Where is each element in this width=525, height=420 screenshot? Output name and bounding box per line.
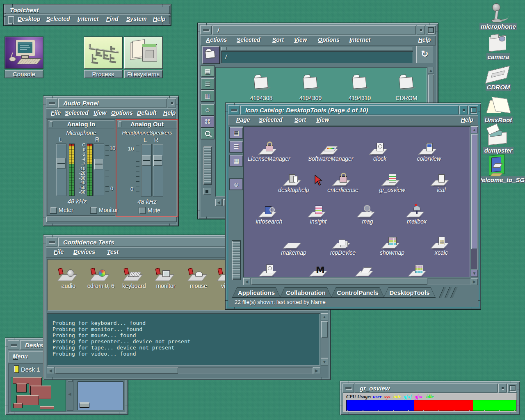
launcher-process[interactable]: Process bbox=[84, 37, 123, 78]
fm-menu-help[interactable]: Help bbox=[418, 37, 431, 43]
desktop-icon-cdrom[interactable]: CDROM bbox=[476, 66, 521, 91]
catalog-icon-insight[interactable]: insight bbox=[296, 199, 341, 225]
catalog-menu-sort[interactable]: Sort bbox=[294, 116, 306, 123]
analog-in-left-slider[interactable] bbox=[56, 144, 66, 196]
catalog-icon-partial[interactable] bbox=[247, 258, 292, 277]
catalog-icon-clock[interactable]: clock bbox=[357, 137, 402, 162]
catalog-scroll-right[interactable]: ▶ bbox=[471, 278, 478, 285]
fm-refresh-button[interactable]: ↻ bbox=[416, 46, 433, 63]
menu-selected[interactable]: Selected bbox=[46, 16, 70, 22]
catalog-scroll-left[interactable]: ◀ bbox=[243, 278, 250, 285]
audio-menu-file[interactable]: File bbox=[51, 110, 61, 116]
fm-menu-selected[interactable]: Selected bbox=[237, 37, 260, 43]
analog-in-header[interactable]: Analog In bbox=[48, 120, 114, 128]
conf-scroll-down[interactable]: ▼ bbox=[321, 358, 328, 365]
audio-titlebar[interactable]: Audio Panel bbox=[58, 98, 167, 107]
fm-menu-sort[interactable]: Sort bbox=[272, 37, 284, 43]
desks-splitter[interactable]: ◀ bbox=[67, 377, 73, 411]
desks-window-menu-button[interactable] bbox=[8, 340, 19, 349]
catalog-icon-partial[interactable] bbox=[396, 258, 441, 277]
catalog-menu-view[interactable]: View bbox=[316, 116, 329, 123]
tab-collaboration[interactable]: Collaboration bbox=[280, 287, 332, 298]
desktop-icon-camera[interactable]: camera bbox=[476, 34, 521, 61]
fm-tool-shelf[interactable]: ▤ bbox=[201, 65, 215, 77]
catalog-tool-shelf[interactable]: ▤ bbox=[229, 127, 243, 139]
audio-menu-default[interactable]: Default bbox=[137, 110, 156, 116]
fm-tool-search[interactable] bbox=[201, 128, 215, 139]
catalog-hscrollbar[interactable] bbox=[251, 278, 470, 285]
confidence-menu-test[interactable]: Test bbox=[107, 249, 119, 255]
grosview-maximize-button[interactable] bbox=[507, 383, 517, 393]
menu-find[interactable]: Find bbox=[106, 16, 119, 22]
desktop-icon-unixroot[interactable]: UnixRoot bbox=[476, 97, 521, 124]
desktop-icon-microphone[interactable]: microphone bbox=[476, 3, 521, 30]
desks-menu-button[interactable]: Menu bbox=[9, 352, 45, 362]
conf-scroll-up[interactable]: ▲ bbox=[321, 313, 328, 320]
catalog-icon-SoftwareManager[interactable]: SoftwareManager bbox=[308, 137, 353, 162]
audio-menu-view[interactable]: View bbox=[94, 110, 106, 116]
conf-hscrollbar[interactable] bbox=[55, 367, 313, 374]
catalog-icon-xcalc[interactable]: xcalc bbox=[419, 231, 464, 256]
catalog-icon-partial[interactable] bbox=[343, 258, 388, 277]
catalog-icon-mailbox[interactable]: mailbox bbox=[394, 199, 439, 225]
desk1-miniature[interactable] bbox=[11, 377, 66, 411]
conf-scroll-right[interactable]: ▶ bbox=[313, 367, 320, 374]
grosview-titlebar[interactable]: gr_osview bbox=[355, 383, 498, 393]
confidence-menu-devices[interactable]: Devices bbox=[73, 249, 95, 255]
fm-menu-actions[interactable]: Actions bbox=[206, 37, 227, 43]
catalog-icon-showmap[interactable]: showmap bbox=[370, 231, 415, 256]
fm-folder-button[interactable] bbox=[202, 46, 220, 64]
grosview-minimize-button[interactable] bbox=[498, 383, 507, 393]
confidence-menu-file[interactable]: File bbox=[54, 249, 64, 255]
fm-folder[interactable]: 4194309 bbox=[290, 72, 331, 101]
confidence-window-menu-button[interactable] bbox=[46, 237, 57, 247]
analog-out-left-slider[interactable] bbox=[141, 144, 152, 196]
menu-desktop[interactable]: Desktop bbox=[18, 16, 40, 22]
catalog-icon-gr_osview[interactable]: gr_osview bbox=[370, 168, 415, 193]
menu-system[interactable]: System bbox=[126, 16, 147, 22]
fm-menu-view[interactable]: View bbox=[294, 37, 307, 43]
audio-menu-help[interactable]: Help bbox=[163, 110, 176, 116]
meter-checkbox[interactable] bbox=[50, 207, 57, 214]
catalog-icon-mag[interactable]: mag bbox=[345, 199, 390, 225]
analog-out-header[interactable]: Analog Out bbox=[117, 120, 177, 128]
fm-minimize-button[interactable] bbox=[417, 25, 425, 34]
catalog-maximize-button[interactable] bbox=[468, 105, 478, 114]
fm-folder[interactable]: 4194310 bbox=[339, 72, 380, 101]
launcher-filesystems[interactable]: Filesystems bbox=[124, 37, 163, 78]
catalog-scroll-down[interactable]: ▼ bbox=[471, 270, 478, 277]
mute-checkbox[interactable] bbox=[139, 207, 146, 214]
desktop-icon-dumpster[interactable]: dumpster bbox=[476, 126, 521, 154]
menu-help[interactable]: Help bbox=[153, 16, 165, 22]
catalog-icon-infosearch[interactable]: infosearch bbox=[247, 199, 292, 225]
fm-tool-tree[interactable]: ⌘ bbox=[201, 116, 215, 128]
grosview-window-menu-button[interactable] bbox=[342, 383, 354, 393]
fm-path-strip[interactable] bbox=[221, 47, 413, 50]
fm-maximize-button[interactable] bbox=[426, 25, 436, 34]
catalog-tool-faces[interactable]: ☺ bbox=[229, 178, 243, 190]
monitor-checkbox[interactable] bbox=[90, 207, 97, 214]
device-icon-cdrom 0, 6[interactable]: cdrom 0, 6 bbox=[82, 264, 119, 289]
catalog-icon-partial[interactable]: M bbox=[297, 258, 342, 277]
device-icon-audio[interactable]: audio bbox=[50, 264, 87, 289]
analog-out-right-slider[interactable] bbox=[153, 144, 163, 196]
catalog-scroll-up[interactable]: ▲ bbox=[471, 126, 478, 133]
fm-corner-button[interactable] bbox=[203, 188, 211, 195]
catalog-menu-page[interactable]: Page bbox=[236, 116, 250, 123]
fm-titlebar[interactable]: / bbox=[212, 25, 416, 34]
catalog-minimize-button[interactable] bbox=[459, 105, 468, 114]
catalog-icon-ical[interactable]: ical bbox=[419, 168, 464, 193]
fm-menu-options[interactable]: Options bbox=[318, 37, 340, 43]
fm-path-field[interactable]: / bbox=[221, 51, 413, 63]
catalog-thumbwheel[interactable] bbox=[232, 240, 241, 280]
audio-menu-selected[interactable]: Selected bbox=[65, 110, 89, 116]
fm-tool-faces[interactable]: ☺ bbox=[201, 104, 215, 116]
menu-internet[interactable]: Internet bbox=[78, 16, 98, 22]
fm-thumbwheel[interactable] bbox=[203, 146, 212, 185]
audio-window-menu-button[interactable] bbox=[46, 98, 57, 107]
toolchest-titlebar[interactable]: Toolchest bbox=[5, 6, 170, 14]
catalog-vscrollbar[interactable] bbox=[471, 134, 478, 269]
catalog-icon-desktophelp[interactable]: desktophelp bbox=[271, 168, 316, 193]
fm-folder[interactable]: 4194308 bbox=[241, 72, 282, 101]
fm-menu-internet[interactable]: Internet bbox=[349, 37, 370, 43]
